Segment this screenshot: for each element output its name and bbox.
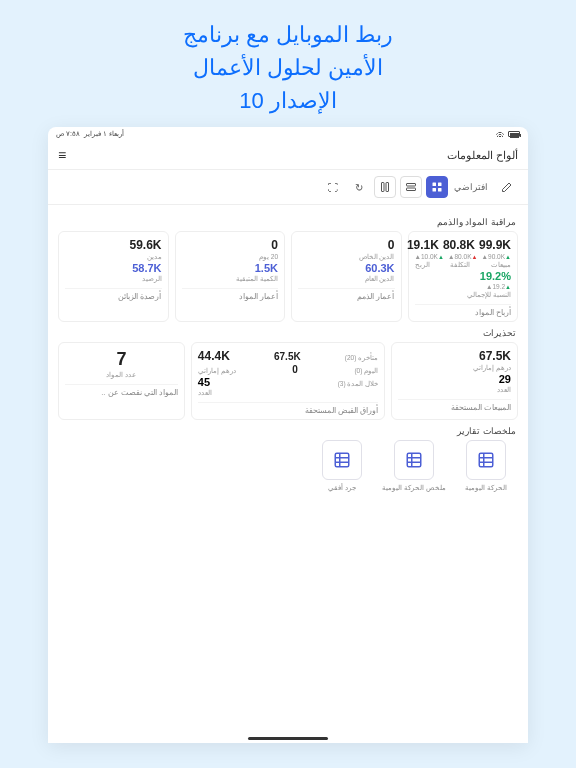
column-view-button[interactable] [374, 176, 396, 198]
svg-rect-12 [407, 453, 421, 467]
report-daily-movement[interactable]: الحركة اليومية [454, 440, 518, 492]
app-header: ألواح المعلومات ≡ [48, 141, 528, 170]
svg-rect-8 [479, 453, 493, 467]
svg-rect-0 [433, 183, 437, 187]
grid-icon[interactable] [322, 440, 362, 480]
svg-rect-2 [433, 188, 437, 192]
card-client-balances[interactable]: 59.6K مدين 58.7K الرصيد أرصدة الزبائن [58, 231, 169, 322]
battery-icon [508, 131, 520, 137]
device-frame: ٧:٥٨ ص أربعاء ١ فبراير ألواح المعلومات ≡… [48, 127, 528, 743]
refresh-icon[interactable]: ↻ [348, 176, 370, 198]
card-material-profits[interactable]: 99.9K80.8K19.1K ▲90.0K▲▲80.0K▲▲10.0K▲ مب… [408, 231, 519, 322]
card-checks-due[interactable]: متأخره (20)67.5K44.4K اليوم (0)0درهم إما… [191, 342, 385, 420]
reports-row: الحركة اليومية ملخص الحركة اليومية جرد أ… [58, 440, 518, 492]
card-material-ages[interactable]: 0 20 يوم 1.5K الكمية المتبقية أعمار المو… [175, 231, 286, 322]
svg-rect-1 [438, 183, 442, 187]
wifi-icon [496, 131, 504, 137]
grid-icon[interactable] [394, 440, 434, 480]
grid-icon[interactable] [466, 440, 506, 480]
edit-icon[interactable] [496, 176, 518, 198]
report-daily-summary[interactable]: ملخص الحركة اليومية [382, 440, 446, 492]
svg-rect-5 [407, 188, 416, 191]
menu-icon[interactable]: ≡ [58, 147, 66, 163]
section-warnings-title: تحذيرات [60, 328, 516, 338]
svg-rect-16 [335, 453, 349, 467]
section-reports-title: ملخصات تقارير [60, 426, 516, 436]
home-indicator [248, 737, 328, 740]
layout-label: افتراضي [454, 182, 488, 192]
warnings-row: 67.5K درهم إماراتي 29 العدد المبيعات الم… [58, 342, 518, 420]
card-low-stock[interactable]: 7 عدد المواد المواد التي نقصت عن .. [58, 342, 185, 420]
status-bar: ٧:٥٨ ص أربعاء ١ فبراير [48, 127, 528, 141]
svg-rect-4 [407, 184, 416, 187]
card-receivables[interactable]: 67.5K درهم إماراتي 29 العدد المبيعات الم… [391, 342, 518, 420]
row-view-button[interactable] [400, 176, 422, 198]
fullscreen-icon[interactable]: ⛶ [322, 176, 344, 198]
toolbar: افتراضي ↻ ⛶ [48, 170, 528, 205]
status-date: أربعاء ١ فبراير [84, 130, 124, 138]
page-title: ألواح المعلومات [447, 149, 518, 162]
report-horizontal-inventory[interactable]: جرد أفقي [310, 440, 374, 492]
monitoring-row: 99.9K80.8K19.1K ▲90.0K▲▲80.0K▲▲10.0K▲ مب… [58, 231, 518, 322]
hero-title: ربط الموبايل مع برنامج الأمين لحلول الأع… [183, 0, 393, 127]
section-monitoring-title: مراقبة المواد والذمم [60, 217, 516, 227]
content: مراقبة المواد والذمم 99.9K80.8K19.1K ▲90… [48, 205, 528, 733]
grid-view-button[interactable] [426, 176, 448, 198]
svg-rect-7 [386, 183, 389, 192]
svg-rect-6 [382, 183, 385, 192]
svg-rect-3 [438, 188, 442, 192]
status-time: ٧:٥٨ ص [56, 130, 80, 138]
card-debt-ages[interactable]: 0 الدين الخاص 60.3K الدين العام أعمار ال… [291, 231, 402, 322]
